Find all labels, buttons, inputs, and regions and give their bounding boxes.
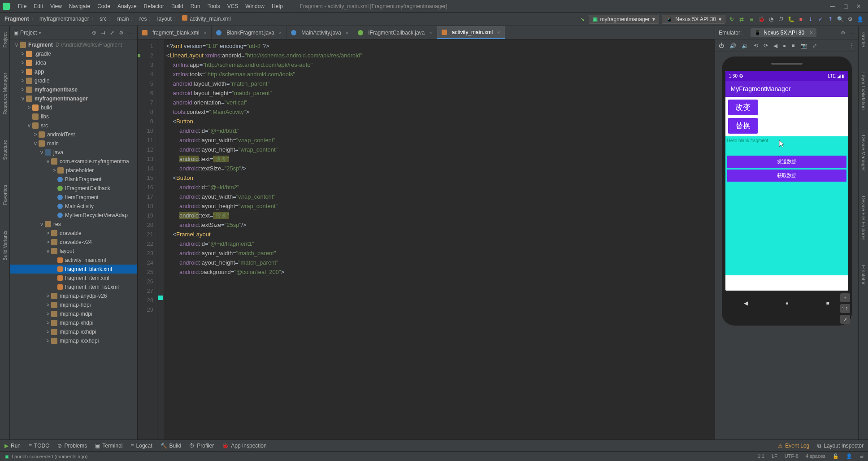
notify-icon[interactable]: 👤 — [846, 453, 852, 459]
crumb-4[interactable]: res — [139, 16, 147, 22]
tree-node[interactable]: fragment_blank.xml — [10, 265, 137, 274]
apply-code-icon[interactable]: ≡ — [748, 16, 755, 23]
app-button-get-data[interactable]: 获取数据 — [727, 170, 846, 182]
emu-rotate-left-icon[interactable]: ⟲ — [754, 43, 758, 49]
coverage-icon[interactable]: ◔ — [768, 16, 775, 23]
tree-node[interactable]: fragment_item_list.xml — [10, 283, 137, 291]
tree-node[interactable]: vlayout — [10, 247, 137, 256]
nav-home-icon[interactable]: ● — [786, 300, 789, 306]
vtab-resource-manager[interactable]: Resource Manager — [1, 69, 9, 118]
encoding[interactable]: UTF-8 — [785, 453, 799, 459]
tree-node[interactable]: >mipmap-hdpi — [10, 300, 137, 309]
crumb-2[interactable]: src — [100, 16, 107, 22]
tree-node[interactable]: >.gradle — [10, 49, 137, 58]
tree-node[interactable]: vmain — [10, 139, 137, 148]
nav-back-icon[interactable]: ◀ — [744, 300, 748, 306]
tree-node[interactable]: vsrc — [10, 121, 137, 130]
menu-file[interactable]: File — [14, 3, 30, 9]
tree-node[interactable]: activity_main.xml — [10, 256, 137, 265]
vtab-layout-validation[interactable]: Layout Validation — [860, 69, 867, 113]
vcs-push-icon[interactable]: ⤒ — [827, 16, 834, 23]
profiler-icon[interactable]: ⏱ — [777, 16, 785, 23]
bottom-tab[interactable]: 🐞App Inspection — [222, 443, 266, 449]
tree-node[interactable]: vjava — [10, 148, 137, 157]
editor-tab[interactable]: IFragmentCallback.java× — [353, 26, 437, 39]
menu-navigate[interactable]: Navigate — [65, 3, 94, 9]
menu-help[interactable]: Help — [268, 3, 286, 9]
line-separator[interactable]: LF — [772, 453, 777, 459]
tree-node[interactable]: vres — [10, 220, 137, 229]
vtab-device-manager[interactable]: Device Manager — [860, 131, 867, 174]
crumb-1[interactable]: myfragmentmanager — [39, 16, 89, 22]
crumb-file[interactable]: activity_main.xml — [190, 16, 230, 22]
device-selector[interactable]: 📱Nexus 5X API 30 ▾ — [662, 15, 725, 24]
tree-node[interactable]: >drawable-v24 — [10, 238, 137, 247]
emulator-device-tab[interactable]: 📱Nexus 5X API 30× — [751, 28, 816, 37]
emu-rotate-right-icon[interactable]: ⟳ — [764, 43, 768, 49]
vtab-device-file-explorer[interactable]: Device File Explorer — [860, 192, 867, 244]
tree-node[interactable]: >app — [10, 67, 137, 76]
bottom-tab[interactable]: ⏱Profiler — [189, 443, 214, 449]
vtab-favorites[interactable]: Favorites — [1, 181, 9, 209]
tree-node[interactable]: IFragmentCallback — [10, 184, 137, 193]
attach-debugger-icon[interactable]: 🐛 — [787, 16, 794, 23]
app-button-send-data[interactable]: 发送数据 — [727, 156, 846, 168]
menu-view[interactable]: View — [47, 3, 65, 9]
tree-node[interactable]: >mipmap-mdpi — [10, 309, 137, 318]
debug-icon[interactable]: 🐞 — [758, 16, 765, 23]
emu-volume-up-icon[interactable]: 🔊 — [729, 43, 736, 49]
project-target-icon[interactable]: ⊕ — [92, 30, 96, 36]
emu-zoom-fit-icon[interactable]: ⤢ — [840, 315, 850, 324]
minimize-icon[interactable]: — — [830, 3, 835, 9]
tree-node[interactable]: >mipmap-xhdpi — [10, 318, 137, 327]
emu-home-icon[interactable]: ● — [783, 43, 786, 49]
emulator-settings-icon[interactable]: ⚙ — [841, 30, 846, 36]
tree-node[interactable]: >.idea — [10, 58, 137, 67]
nav-recents-icon[interactable]: ■ — [826, 300, 829, 306]
emu-screenshot-icon[interactable]: 📷 — [800, 43, 807, 49]
emu-back-icon[interactable]: ◀ — [773, 43, 777, 49]
vtab-project[interactable]: Project — [1, 29, 9, 51]
vtab-emulator[interactable]: Emulator — [860, 261, 867, 288]
tree-node[interactable]: >mipmap-anydpi-v26 — [10, 291, 137, 300]
bottom-tab[interactable]: ≡Logcat — [131, 443, 152, 449]
menu-edit[interactable]: Edit — [30, 3, 47, 9]
bottom-tab[interactable]: ▣Terminal — [95, 443, 122, 449]
emulator-hide-icon[interactable]: — — [849, 30, 855, 36]
menu-code[interactable]: Code — [94, 3, 114, 9]
tree-node[interactable]: >placeholder — [10, 166, 137, 175]
emu-more-icon[interactable]: ⋮ — [849, 43, 855, 49]
emu-zoom-icon[interactable]: ⤢ — [812, 43, 817, 49]
tree-node[interactable]: >build — [10, 103, 137, 112]
editor-tab[interactable]: BlankFragment.java× — [212, 26, 286, 39]
tree-node[interactable]: MainActivity — [10, 202, 137, 211]
emu-power-icon[interactable]: ⏻ — [719, 43, 724, 49]
bottom-tab[interactable]: ▶Run — [4, 443, 21, 449]
editor-tab[interactable]: fragment_blank.xml× — [138, 26, 212, 39]
app-button-replace[interactable]: 替换 — [728, 118, 758, 134]
crumb-3[interactable]: main — [117, 16, 129, 22]
avatar-icon[interactable]: 👤 — [856, 16, 864, 23]
tree-root[interactable]: vFragmentD:\Android\Works\Fragment — [10, 40, 137, 49]
caret-position[interactable]: 1:1 — [758, 453, 764, 459]
vtab-build-variants[interactable]: Build Variants — [1, 227, 9, 264]
indent[interactable]: 4 spaces — [806, 453, 825, 459]
menu-analyze[interactable]: Analyze — [114, 3, 140, 9]
project-select-opened-icon[interactable]: ⇉ — [101, 30, 105, 36]
app-button-change[interactable]: 改变 — [728, 100, 758, 115]
readonly-toggle-icon[interactable]: 🔓 — [833, 453, 839, 459]
menu-refactor[interactable]: Refactor — [140, 3, 168, 9]
device-screen[interactable]: 1:30 ✪ LTE ◢ ▮ MyFragmentManager 改变 替换 H… — [725, 71, 848, 291]
crumb-root[interactable]: Fragment — [4, 16, 29, 22]
run-config-selector[interactable]: ▣myfragmentmanager ▾ — [589, 15, 660, 24]
tree-node[interactable]: vcom.example.myfragmentma — [10, 157, 137, 166]
tree-node[interactable]: libs — [10, 112, 137, 121]
bottom-tab[interactable]: 🔨Build — [161, 443, 182, 449]
editor-tab[interactable]: MainActivity.java× — [286, 26, 353, 39]
tree-node[interactable]: >mipmap-xxxhdpi — [10, 336, 137, 345]
bottom-tab-right[interactable]: ⚠Event Log — [778, 443, 809, 449]
settings-icon[interactable]: ⚙ — [846, 16, 854, 23]
tree-node[interactable]: ItemFragment — [10, 193, 137, 202]
stop-icon[interactable]: ■ — [797, 16, 804, 23]
memory-indicator[interactable]: ⊟ — [859, 453, 864, 459]
